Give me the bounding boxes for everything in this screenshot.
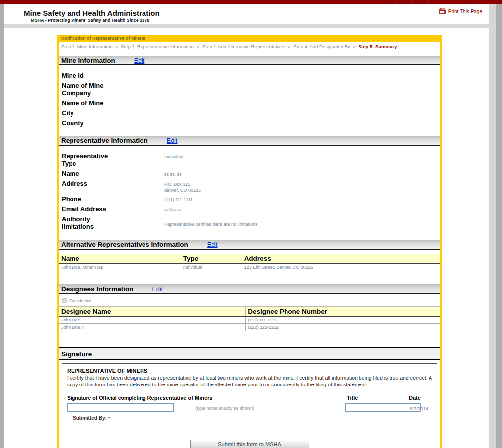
- field-label: Mine Id: [62, 72, 136, 79]
- table-row: John Doe (111) 111-1111: [59, 316, 440, 324]
- column-header: Designee Phone Number: [246, 307, 440, 317]
- form-banner: Notification of Representative of Miners: [59, 35, 440, 42]
- print-this-page-link[interactable]: Print This Page: [439, 9, 482, 14]
- field-value: ss ss, ss: [164, 170, 182, 177]
- designees-information-title: Designees Information: [61, 285, 134, 293]
- alternative-representatives-edit-link[interactable]: Edit: [207, 241, 218, 248]
- submit-button[interactable]: Submit this form to MSHA: [190, 440, 309, 448]
- spacer: [59, 331, 440, 347]
- table-row: John Doe, Miner Rep Individual 123 Elm S…: [59, 263, 440, 271]
- table-row: John Doe II (222) 222-2222: [59, 324, 440, 331]
- signature-hint: (type name exactly as shown): [195, 406, 254, 411]
- cell-designee-name: John Doe: [59, 316, 246, 324]
- mine-information-header: Mine Information Edit: [59, 56, 440, 65]
- cell-type: Individual: [181, 263, 242, 271]
- scroll-gutter: [489, 4, 496, 448]
- field-value: ss@ss.ss: [164, 205, 181, 213]
- field-label: Representative Type: [62, 152, 121, 167]
- field-row: City: [62, 109, 437, 117]
- mine-information-edit-link[interactable]: Edit: [134, 57, 145, 64]
- breadcrumb-separator: >: [353, 44, 356, 49]
- breadcrumb-separator: >: [115, 44, 118, 49]
- field-label: Name of Mine: [62, 99, 136, 107]
- top-nav-bar: | | | | | |: [0, 0, 502, 4]
- column-header: Address: [242, 254, 440, 264]
- address-line-2: denver, CO 80225: [164, 187, 201, 193]
- field-value: (111) 111-1111: [164, 195, 193, 203]
- signature-label-part2: Representative of Miners: [147, 395, 213, 401]
- field-label: Name of Mine Company: [62, 82, 120, 97]
- field-label: County: [62, 119, 136, 127]
- cell-address: 123 Elm Street, Denver, CO 80225: [242, 263, 440, 271]
- field-label: Authority limitations: [62, 215, 121, 230]
- field-row: Name of Mine Company: [62, 82, 437, 97]
- field-value: Representative certifies there are no li…: [164, 215, 258, 230]
- breadcrumb-step-4[interactable]: Step 4: Add Designated By: [293, 44, 350, 49]
- column-header: Designee Name: [59, 307, 246, 317]
- representative-information-fields: Representative Type Individual Name ss s…: [59, 146, 440, 240]
- field-row: Representative Type Individual: [62, 152, 437, 167]
- submitted-by-label: Submitted By: ~: [73, 415, 111, 421]
- representative-information-edit-link[interactable]: Edit: [167, 137, 178, 144]
- field-row: Email Address ss@ss.ss: [62, 205, 437, 213]
- site-header: Mine Safety and Health Administration MS…: [4, 4, 489, 24]
- cell-designee-phone: (111) 111-1111: [246, 316, 440, 324]
- signature-title: Signature: [61, 350, 92, 358]
- table-header-row: Name Type Address: [59, 254, 440, 264]
- spacer: [59, 271, 440, 284]
- notification-form: Notification of Representative of Miners…: [57, 35, 442, 448]
- date-value: 6/2/2014: [410, 406, 428, 411]
- field-row: Name of Mine: [62, 99, 437, 107]
- confidential-label: Confidential: [69, 298, 91, 303]
- breadcrumb-step-2[interactable]: Step 2: Representative Information: [121, 44, 194, 49]
- alternative-representatives-title: Alternative Representatives Information: [61, 241, 188, 248]
- header-divider: [4, 24, 489, 28]
- designees-table: Designee Name Designee Phone Number John…: [59, 306, 440, 331]
- representative-information-header: Representative Information Edit: [59, 136, 440, 146]
- address-line-1: P.O. Box 123: [164, 181, 201, 187]
- submit-row: Submit this form to MSHA: [59, 439, 440, 448]
- printer-icon: [439, 9, 446, 14]
- confidential-checkbox[interactable]: [62, 298, 67, 303]
- signature-fields: Signature of Official completing Represe…: [67, 395, 432, 426]
- statement-text: I certify that I have been designated as…: [67, 375, 432, 388]
- breadcrumb: Step 1: Mine Information > Step 2: Repre…: [59, 42, 440, 56]
- field-row: Authority limitations Representative cer…: [62, 215, 437, 230]
- breadcrumb-step-3[interactable]: Step 3: Add Alternative Representatives: [202, 44, 285, 49]
- field-row: Phone (111) 111-1111: [62, 195, 437, 203]
- breadcrumb-step-1[interactable]: Step 1: Mine Information: [61, 44, 113, 49]
- field-label: Phone: [62, 195, 121, 203]
- statement-heading: REPRESENTATIVE OF MINERS: [67, 368, 432, 374]
- field-row: Name ss ss, ss: [62, 170, 437, 177]
- field-label: Address: [62, 180, 121, 193]
- date-field-label: Date: [409, 395, 421, 401]
- alternative-representatives-table: Name Type Address John Doe, Miner Rep In…: [59, 254, 440, 271]
- cell-name: John Doe, Miner Rep: [59, 263, 181, 271]
- column-header: Name: [59, 254, 181, 264]
- field-label: City: [62, 109, 136, 117]
- field-label: Name: [62, 170, 121, 177]
- alternative-representatives-header: Alternative Representatives Information …: [59, 240, 440, 250]
- title-field-label: Title: [347, 395, 358, 401]
- field-row: Address P.O. Box 123 denver, CO 80225: [62, 180, 437, 193]
- field-row: Mine Id: [62, 72, 437, 79]
- page: Mine Safety and Health Administration MS…: [4, 4, 489, 448]
- column-header: Type: [181, 254, 242, 264]
- field-value: P.O. Box 123 denver, CO 80225: [164, 180, 201, 193]
- signature-header: Signature: [59, 347, 440, 360]
- signature-input[interactable]: [67, 403, 174, 412]
- representative-information-title: Representative Information: [61, 137, 148, 144]
- designees-information-header: Designees Information Edit: [59, 284, 440, 294]
- designees-information-edit-link[interactable]: Edit: [152, 286, 163, 293]
- breadcrumb-step-5-current: Step 5: Summary: [359, 44, 397, 49]
- signature-statement-box: REPRESENTATIVE OF MINERS I certify that …: [62, 363, 437, 431]
- site-title: Mine Safety and Health Administration: [24, 9, 160, 17]
- breadcrumb-separator: >: [197, 44, 200, 49]
- cell-designee-phone: (222) 222-2222: [246, 324, 440, 331]
- table-header-row: Designee Name Designee Phone Number: [59, 307, 440, 317]
- breadcrumb-separator: >: [288, 44, 291, 49]
- mine-information-fields: Mine Id Name of Mine Company Name of Min…: [59, 65, 440, 136]
- mine-information-title: Mine Information: [61, 57, 115, 64]
- site-subtitle: MSHA - Protecting Miners' Safety and Hea…: [31, 18, 149, 23]
- cell-designee-name: John Doe II: [59, 324, 246, 331]
